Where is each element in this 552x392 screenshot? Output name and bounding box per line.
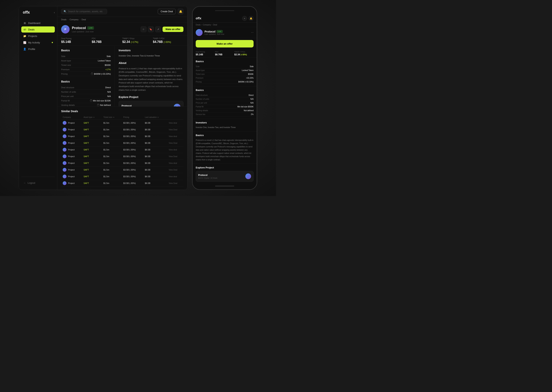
collapse-button[interactable]: ‹	[54, 11, 55, 14]
cell-action: View Deal	[167, 180, 183, 187]
metrics-row: Deal Pricing $5.14B FDV $8.76B TWAP-7-Pr…	[57, 35, 187, 46]
breadcrumb: Deals › Company › Deal	[57, 17, 187, 22]
share-button[interactable]: ↗	[155, 26, 161, 32]
sidebar-item-profile[interactable]: 👤 Profile	[21, 46, 55, 52]
info-row-pricing: Pricing $400M (+33.33%)	[61, 72, 111, 76]
mobile-bc-deals[interactable]: Deals	[196, 24, 201, 26]
sidebar-item-label: Deals	[28, 28, 35, 31]
mobile-bc-deal[interactable]: Deal	[213, 24, 217, 26]
sidebar: offx ‹ ⊞ Dashboard 🏷 Deals 📁 Projects 📈	[19, 6, 57, 190]
cell-valuation: $6.5B	[143, 180, 167, 187]
notifications-button[interactable]: 🔔	[178, 9, 183, 14]
cell-asset-type: SAFT	[82, 160, 102, 167]
bookmark-button[interactable]: 🔖	[148, 26, 154, 32]
mobile-avatar	[196, 29, 203, 36]
breadcrumb-deals[interactable]: Deals	[61, 18, 66, 21]
table-row: Project SAFT $1.5m $3.5B (-30%) $6.5B Vi…	[61, 126, 183, 133]
view-deal-link[interactable]: View deal	[169, 122, 177, 124]
breadcrumb-sep1: ›	[68, 18, 68, 21]
info-row-partial-fill: Partial fill Min bid size $150K	[61, 98, 111, 103]
partial-fill-loader	[90, 99, 92, 102]
mobile-app: offx + 🔔 Deals › Company › Deal	[192, 6, 257, 190]
mobile-project-card[interactable]: Protocol $20 B • Equity • 20 Deals	[196, 171, 254, 182]
mobile-notif-button[interactable]: 🔔	[249, 16, 254, 21]
search-placeholder: Search for companies, assets, etc	[68, 10, 103, 13]
sidebar-item-dashboard[interactable]: ⊞ Dashboard	[21, 20, 55, 26]
investors-section: Investors Investor One, Investor Two & I…	[119, 49, 183, 58]
cell-company: Project	[61, 160, 82, 167]
search-box[interactable]: 🔍 Search for companies, assets, etc	[61, 9, 107, 14]
mobile-deal-left: Protocol LIVE Last updated: Just now	[196, 29, 224, 36]
sidebar-item-activity[interactable]: 📈 My Activity	[21, 39, 55, 46]
sidebar-item-deals[interactable]: 🏷 Deals	[21, 26, 55, 33]
table-row: Project SAFT $1.5m $3.5B (-30%) $6.5B Vi…	[61, 120, 183, 126]
mobile-content: offx + 🔔 Deals › Company › Deal	[193, 14, 257, 183]
mobile-more-button[interactable]: ···	[251, 31, 254, 34]
cell-company: Project	[61, 147, 82, 153]
view-deal-link[interactable]: View Deal	[169, 129, 177, 131]
table-row: Project SAFT $1.5m $3.5B (-30%) $6.5B Vi…	[61, 167, 183, 173]
metric-deal-pricing: Deal Pricing $5.14B	[61, 37, 92, 44]
col-last-valuation[interactable]: Last valuation ▼	[143, 115, 167, 120]
star-button[interactable]: ☆	[141, 26, 146, 32]
cell-asset-type: SAFT	[82, 120, 102, 126]
mobile-bc-company[interactable]: Company	[203, 24, 211, 26]
cell-action: View deal	[167, 133, 183, 140]
view-deal-link[interactable]: View Deal	[169, 169, 177, 171]
activity-dot	[52, 42, 53, 43]
project-card[interactable]: Protocol 20 B • Token • 20 Deals P	[119, 101, 183, 106]
cell-company: Project	[61, 173, 82, 180]
view-deal-link[interactable]: View deal	[169, 149, 177, 151]
cell-asset-type: SAFT	[82, 133, 102, 140]
company-dot	[63, 181, 66, 185]
cell-valuation: $6.5B	[143, 140, 167, 147]
mobile-deal-info: Protocol LIVE Last updated: Just now	[204, 30, 224, 35]
table-row: Project SAFT $1.5m $3.5B (-30%) $6.5B Vi…	[61, 173, 183, 180]
breadcrumb-company[interactable]: Company	[70, 18, 79, 21]
make-offer-button[interactable]: Make an offer	[163, 27, 183, 32]
cell-action: View deal	[167, 120, 183, 126]
create-deal-button[interactable]: Create Deal	[158, 9, 176, 14]
col-ticket-size[interactable]: Ticket size ▼	[102, 115, 122, 120]
cell-action: View deal	[167, 173, 183, 180]
view-deal-link[interactable]: View Deal	[169, 182, 177, 184]
cell-pricing: $3.5B (-30%)	[122, 126, 143, 133]
view-deal-link[interactable]: View deal	[169, 162, 177, 164]
mobile-notch-bar	[215, 10, 234, 11]
metric-twap7-price: TWAP-7-Price $2.34 (+17%)	[122, 37, 153, 44]
cell-action: View Deal	[167, 140, 183, 147]
table-row: Project SAFT $1.5m $3.5B (-30%) $6.5B Vi…	[61, 160, 183, 167]
mobile-add-button[interactable]: +	[242, 16, 247, 21]
mobile-basics-2: Basics Deal structure Direct Number of u…	[193, 86, 257, 119]
cell-valuation: $6.5B	[143, 133, 167, 140]
mobile-about: Basics Protocol is a novel L1 that has c…	[193, 132, 257, 164]
deal-info: Protocol LIVE Last updated: Just now	[72, 26, 94, 33]
mobile-bottom-bar	[193, 183, 257, 189]
cell-action: View Deal	[167, 126, 183, 133]
sidebar-bottom: → Logout	[21, 177, 55, 186]
view-deal-link[interactable]: View deal	[169, 175, 177, 178]
col-asset-type[interactable]: Asset type ▼	[82, 115, 102, 120]
mobile-make-offer-button[interactable]: Make an offer	[196, 40, 254, 48]
view-deal-link[interactable]: View Deal	[169, 142, 177, 144]
top-bar-right: Create Deal 🔔	[158, 9, 183, 14]
sidebar-item-projects[interactable]: 📁 Projects	[21, 33, 55, 39]
cell-valuation: $6.5B	[143, 160, 167, 167]
view-deal-link[interactable]: View Deal	[169, 155, 177, 158]
cell-valuation: $6.5B	[143, 126, 167, 133]
info-row-price-unit: Price per unit N/A	[61, 94, 111, 98]
top-bar: 🔍 Search for companies, assets, etc Crea…	[57, 6, 187, 17]
cell-company: Project	[61, 133, 82, 140]
cell-pricing: $3.5B (-30%)	[122, 160, 143, 167]
investors-text: Investor One, Investor Two & Investor Th…	[119, 54, 183, 58]
cell-ticket-size: $1.5m	[102, 153, 122, 160]
logout-button[interactable]: → Logout	[21, 180, 55, 186]
view-deal-link[interactable]: View deal	[169, 135, 177, 137]
left-column: Basics Side Side Asset type Locked Token…	[57, 46, 115, 106]
cell-pricing: $3.5B (-30%)	[122, 153, 143, 160]
mobile-live-badge: LIVE	[217, 30, 223, 33]
about-section: About Protocol is a novel L1 that has ch…	[119, 62, 183, 92]
breadcrumb-deal[interactable]: Deal	[82, 18, 86, 21]
activity-icon: 📈	[23, 41, 26, 44]
cell-asset-type: SAFT	[82, 140, 102, 147]
